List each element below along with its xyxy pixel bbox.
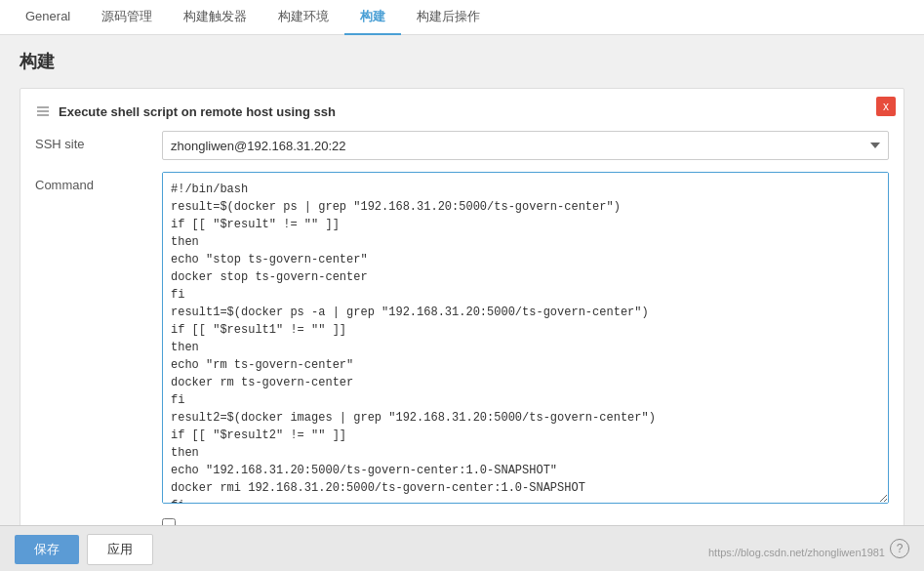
svg-rect-2 xyxy=(37,114,49,116)
save-button[interactable]: 保存 xyxy=(15,535,79,564)
watermark: https://blog.csdn.net/zhongliwen1981 xyxy=(708,547,885,558)
tab-env[interactable]: 构建环境 xyxy=(262,0,344,35)
command-row: Command #!/bin/bash result=$(docker ps |… xyxy=(35,172,889,507)
tab-post[interactable]: 构建后操作 xyxy=(401,0,496,35)
command-label: Command xyxy=(35,172,162,192)
command-textarea[interactable]: #!/bin/bash result=$(docker ps | grep "1… xyxy=(162,172,889,504)
apply-button[interactable]: 应用 xyxy=(87,534,153,565)
drag-icon xyxy=(35,103,51,119)
command-textarea-wrap: #!/bin/bash result=$(docker ps | grep "1… xyxy=(162,172,889,507)
ssh-select[interactable]: zhongliwen@192.168.31.20:22 xyxy=(162,131,889,160)
tab-source[interactable]: 源码管理 xyxy=(86,0,168,35)
page-title: 构建 xyxy=(20,50,904,73)
close-button[interactable]: x xyxy=(876,97,896,116)
card-title: Execute shell script on remote host usin… xyxy=(59,104,336,119)
page-content: 构建 x Execute shell script on remote host… xyxy=(0,35,924,571)
tab-general[interactable]: General xyxy=(10,0,86,35)
tab-trigger[interactable]: 构建触发器 xyxy=(168,0,262,35)
build-card: x Execute shell script on remote host us… xyxy=(20,88,904,548)
svg-rect-0 xyxy=(37,106,49,108)
ssh-label: SSH site xyxy=(35,131,162,151)
help-icon[interactable]: ? xyxy=(890,539,909,558)
tab-build[interactable]: 构建 xyxy=(344,0,401,35)
card-header: Execute shell script on remote host usin… xyxy=(35,103,889,119)
ssh-select-wrap: zhongliwen@192.168.31.20:22 xyxy=(162,131,889,160)
ssh-row: SSH site zhongliwen@192.168.31.20:22 xyxy=(35,131,889,160)
tab-bar: General 源码管理 构建触发器 构建环境 构建 构建后操作 xyxy=(0,0,924,35)
svg-rect-1 xyxy=(37,110,49,112)
